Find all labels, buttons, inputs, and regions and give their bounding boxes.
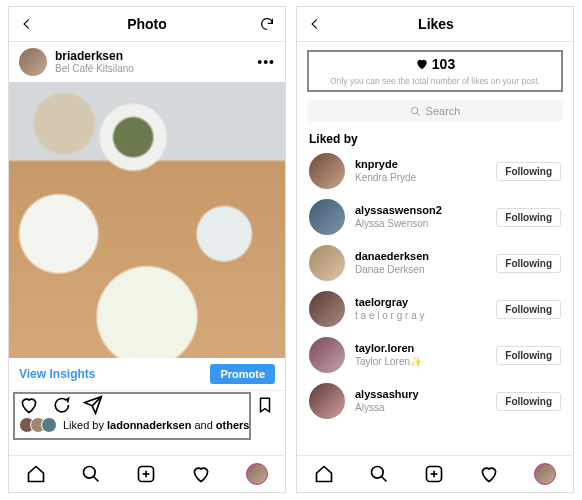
annotation-highlight <box>13 392 251 440</box>
right-phone-likes-view: Likes 103 Only you can see the total num… <box>296 6 574 493</box>
following-button[interactable]: Following <box>496 162 561 181</box>
svg-point-7 <box>372 467 384 479</box>
svg-point-5 <box>411 107 417 113</box>
back-button[interactable] <box>307 16 323 32</box>
profile-tab[interactable] <box>246 463 268 485</box>
liker-avatar[interactable] <box>309 153 345 189</box>
liker-displayname: Taylor Loren✨ <box>355 356 422 368</box>
liked-by-label: Liked by <box>297 126 573 148</box>
search-tab[interactable] <box>81 464 101 484</box>
insights-row: View Insights Promote <box>9 358 285 391</box>
liker-row[interactable]: knprydeKendra PrydeFollowing <box>297 148 573 194</box>
more-options-button[interactable]: ••• <box>257 54 275 70</box>
home-tab[interactable] <box>314 464 334 484</box>
new-post-tab[interactable] <box>424 464 444 484</box>
following-button[interactable]: Following <box>496 392 561 411</box>
liker-names: knprydeKendra Pryde <box>355 158 416 183</box>
promote-button[interactable]: Promote <box>210 364 275 384</box>
back-button[interactable] <box>19 16 35 32</box>
like-count-box: 103 Only you can see the total number of… <box>307 50 563 92</box>
liker-avatar[interactable] <box>309 291 345 327</box>
liker-avatar[interactable] <box>309 383 345 419</box>
home-tab[interactable] <box>26 464 46 484</box>
like-count: 103 <box>311 56 559 72</box>
liker-displayname: Danae Derksen <box>355 264 429 276</box>
svg-line-6 <box>416 112 419 115</box>
header: Likes <box>297 7 573 42</box>
left-phone-post-view: Photo briaderksen Bel Café Kitsilano •••… <box>8 6 286 493</box>
liker-row[interactable]: alyssaswenson2Alyssa SwensonFollowing <box>297 194 573 240</box>
heart-icon <box>415 57 429 71</box>
liker-displayname: Alyssa <box>355 402 419 414</box>
liker-avatar[interactable] <box>309 337 345 373</box>
search-tab[interactable] <box>369 464 389 484</box>
header: Photo <box>9 7 285 42</box>
bookmark-icon[interactable] <box>255 395 275 415</box>
refresh-icon[interactable] <box>259 16 275 32</box>
view-insights-link[interactable]: View Insights <box>19 367 95 381</box>
activity-tab[interactable] <box>479 464 499 484</box>
liker-avatar[interactable] <box>309 245 345 281</box>
liker-username: danaederksen <box>355 250 429 263</box>
liker-row[interactable]: alyssashuryAlyssaFollowing <box>297 378 573 424</box>
liker-username: alyssashury <box>355 388 419 401</box>
liker-username: knpryde <box>355 158 416 171</box>
liker-names: danaederksenDanae Derksen <box>355 250 429 275</box>
svg-line-8 <box>382 477 387 482</box>
following-button[interactable]: Following <box>496 300 561 319</box>
like-privacy-note: Only you can see the total number of lik… <box>311 76 559 86</box>
tab-bar <box>297 455 573 492</box>
new-post-tab[interactable] <box>136 464 156 484</box>
post-image[interactable] <box>9 82 285 358</box>
header-title: Photo <box>127 16 167 32</box>
svg-line-1 <box>94 477 99 482</box>
following-button[interactable]: Following <box>496 346 561 365</box>
author-avatar[interactable] <box>19 48 47 76</box>
liker-names: taylor.lorenTaylor Loren✨ <box>355 342 422 367</box>
liker-row[interactable]: danaederksenDanae DerksenFollowing <box>297 240 573 286</box>
liker-names: alyssashuryAlyssa <box>355 388 419 413</box>
liker-username: taylor.loren <box>355 342 422 355</box>
liker-avatar[interactable] <box>309 199 345 235</box>
liker-displayname: Kendra Pryde <box>355 172 416 184</box>
following-button[interactable]: Following <box>496 254 561 273</box>
liker-row[interactable]: taylor.lorenTaylor Loren✨Following <box>297 332 573 378</box>
search-input[interactable]: Search <box>307 100 563 122</box>
tab-bar <box>9 455 285 492</box>
author-names: briaderksen Bel Café Kitsilano <box>55 50 134 74</box>
activity-tab[interactable] <box>191 464 211 484</box>
svg-point-0 <box>84 467 96 479</box>
liker-displayname: Alyssa Swenson <box>355 218 442 230</box>
liker-username: taelorgray <box>355 296 424 309</box>
search-icon <box>410 106 421 117</box>
author-username: briaderksen <box>55 50 134 63</box>
liker-names: taelorgrayt a e l o r g r a y <box>355 296 424 321</box>
liker-names: alyssaswenson2Alyssa Swenson <box>355 204 442 229</box>
likers-list: knprydeKendra PrydeFollowingalyssaswenso… <box>297 148 573 424</box>
liker-row[interactable]: taelorgrayt a e l o r g r a yFollowing <box>297 286 573 332</box>
post-author-row[interactable]: briaderksen Bel Café Kitsilano ••• <box>9 42 285 82</box>
liker-displayname: t a e l o r g r a y <box>355 310 424 322</box>
liker-username: alyssaswenson2 <box>355 204 442 217</box>
author-location: Bel Café Kitsilano <box>55 63 134 74</box>
header-title: Likes <box>418 16 454 32</box>
profile-tab[interactable] <box>534 463 556 485</box>
following-button[interactable]: Following <box>496 208 561 227</box>
